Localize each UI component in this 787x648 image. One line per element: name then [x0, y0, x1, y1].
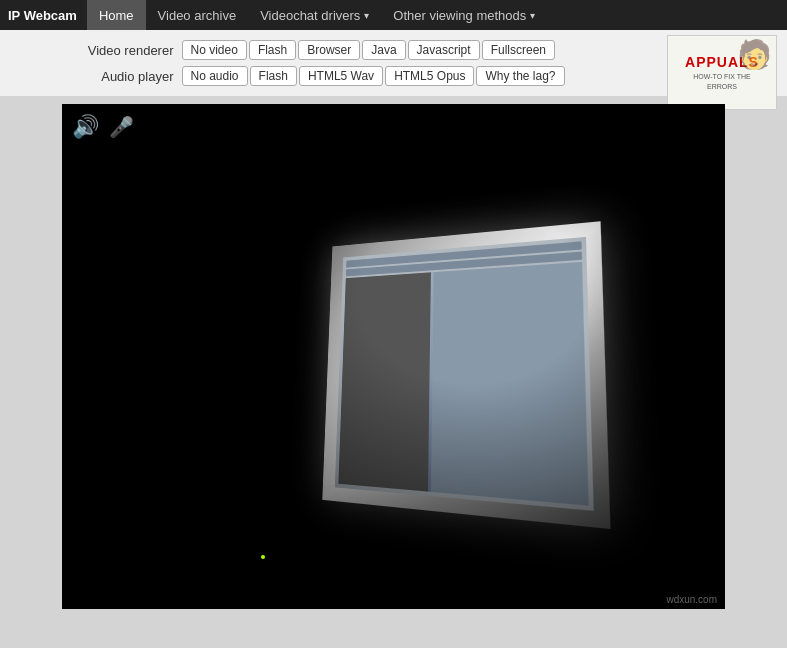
navbar: IP Webcam Home Video archive Videochat d…: [0, 0, 787, 30]
nav-item-video-archive[interactable]: Video archive: [146, 0, 249, 30]
btn-flash-audio[interactable]: Flash: [250, 66, 297, 86]
screen-panel-right: [431, 262, 588, 506]
chevron-down-icon: ▾: [530, 10, 535, 21]
btn-javascript[interactable]: Javascript: [408, 40, 480, 60]
btn-why-lag[interactable]: Why the lag?: [476, 66, 564, 86]
video-container: 🔊 🎤 wdxun.com: [62, 104, 725, 609]
webcam-image: [62, 104, 725, 609]
screen-panel-left: [338, 272, 431, 491]
btn-html5-opus[interactable]: HTML5 Opus: [385, 66, 474, 86]
btn-html5-wav[interactable]: HTML5 Wav: [299, 66, 383, 86]
watermark: wdxun.com: [666, 594, 717, 605]
video-renderer-row: Video renderer No video Flash Browser Ja…: [44, 40, 744, 60]
btn-fullscreen[interactable]: Fullscreen: [482, 40, 555, 60]
screen-content: [338, 262, 588, 506]
screen-inner: [335, 237, 593, 511]
page-wrapper: IP Webcam Home Video archive Videochat d…: [0, 0, 787, 609]
logo-box: 🧑 APPUALS HOW-TO FIX THEERRORS: [667, 35, 777, 110]
logo-figure-icon: 🧑: [737, 38, 772, 71]
navbar-brand: IP Webcam: [8, 8, 77, 23]
audio-player-buttons: No audio Flash HTML5 Wav HTML5 Opus Why …: [182, 66, 565, 86]
nav-item-other-viewing[interactable]: Other viewing methods ▾: [381, 0, 547, 30]
video-icons: 🔊 🎤: [72, 114, 134, 140]
screen-glow: [322, 221, 611, 529]
green-dot: [261, 555, 265, 559]
btn-no-audio[interactable]: No audio: [182, 66, 248, 86]
logo-subtitle: HOW-TO FIX THEERRORS: [693, 72, 751, 90]
video-renderer-buttons: No video Flash Browser Java Javascript F…: [182, 40, 555, 60]
audio-player-row: Audio player No audio Flash HTML5 Wav HT…: [44, 66, 744, 86]
microphone-icon[interactable]: 🎤: [109, 115, 134, 139]
logo-area: 🧑 APPUALS HOW-TO FIX THEERRORS: [667, 35, 777, 110]
btn-flash-video[interactable]: Flash: [249, 40, 296, 60]
btn-java[interactable]: Java: [362, 40, 405, 60]
chevron-down-icon: ▾: [364, 10, 369, 21]
audio-player-label: Audio player: [44, 69, 174, 84]
video-renderer-label: Video renderer: [44, 43, 174, 58]
btn-browser[interactable]: Browser: [298, 40, 360, 60]
nav-item-home[interactable]: Home: [87, 0, 146, 30]
speaker-icon[interactable]: 🔊: [72, 114, 99, 140]
btn-no-video[interactable]: No video: [182, 40, 247, 60]
nav-item-videochat-drivers[interactable]: Videochat drivers ▾: [248, 0, 381, 30]
